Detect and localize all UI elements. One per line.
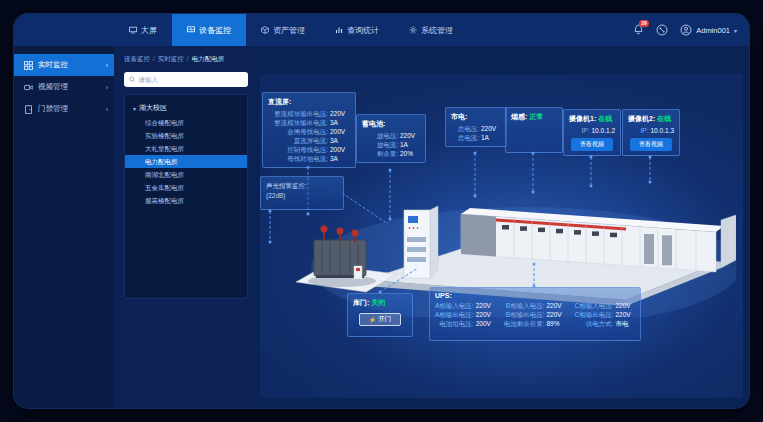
alarm-value: (22dB)	[266, 191, 338, 201]
field-value: 220V	[476, 310, 496, 319]
chevron-right-icon: ›	[106, 62, 108, 69]
secondary-panel: 设备监控/实时监控/电力配电所 ▾ 湖大校区 综合楼配电所 实验楼配电所 大礼堂…	[114, 46, 258, 408]
field-value: 200V	[330, 127, 350, 136]
field-value: 200V	[476, 319, 496, 328]
station-tree: ▾ 湖大校区 综合楼配电所 实验楼配电所 大礼堂配电所 电力配电所 南湖北配电所…	[124, 94, 248, 299]
user-menu[interactable]: Admin001 ▾	[680, 24, 737, 36]
username: Admin001	[696, 26, 730, 35]
search-icon	[129, 76, 135, 83]
panel-title: 烟感:	[511, 113, 527, 120]
battery-panel: 蓄电池: 放电压:220V 放电流:1A 剩余量:20%	[356, 114, 426, 163]
tab-query-statistics[interactable]: 查询统计	[320, 14, 394, 46]
tree-item[interactable]: 大礼堂配电所	[125, 142, 247, 155]
door-label: 库门:	[353, 299, 369, 306]
ip-value: 10.0.1.2	[592, 126, 616, 135]
field-label: 总电流:	[451, 133, 479, 142]
field-label: C相输出电压:	[574, 310, 613, 319]
sidebar-item-video-management[interactable]: 视频管理 ›	[14, 76, 114, 98]
tree-item[interactable]: 南湖北配电所	[125, 168, 247, 181]
panel-title: 摄像机1:	[569, 115, 596, 122]
field-label: 母线对地电流:	[268, 154, 328, 163]
tab-system-management[interactable]: 系统管理	[394, 14, 468, 46]
open-door-button[interactable]: ⚡开门	[359, 313, 402, 326]
breadcrumb-part[interactable]: 实时监控	[158, 55, 184, 62]
nav-tabs: 大屏 设备监控 资产管理 查询统计	[114, 14, 468, 46]
field-value: 3A	[330, 154, 350, 163]
user-avatar-icon	[680, 24, 692, 36]
panel-title: 摄像机2:	[628, 115, 655, 122]
ups-panel: UPS: A相输入电压:220V B相输入电压:220V C相输入电压:220V…	[429, 287, 641, 341]
field-label: B相输出电压:	[504, 310, 545, 319]
ip-label: IP:	[569, 126, 590, 135]
tab-label: 资产管理	[273, 25, 305, 36]
tree-item[interactable]: 五金库配电所	[125, 181, 247, 194]
tree-search	[124, 72, 248, 87]
breadcrumb-separator: /	[153, 55, 155, 62]
field-label: 整流模块输出电压:	[268, 109, 328, 118]
tree-root-label: 湖大校区	[139, 103, 167, 113]
smoke-sensor-panel: 烟感:正常	[505, 107, 563, 153]
field-value: 200V	[330, 145, 350, 154]
sidebar-item-label: 视频管理	[38, 82, 68, 92]
notification-bell-icon[interactable]: 29	[633, 24, 644, 36]
fullscreen-icon[interactable]	[656, 24, 668, 36]
field-value: 1A	[481, 133, 501, 142]
sidebar-item-access-control[interactable]: 门禁管理 ›	[14, 98, 114, 120]
field-label: 电池组电压:	[435, 319, 474, 328]
ups-grid: A相输入电压:220V B相输入电压:220V C相输入电压:220V A相输出…	[435, 301, 635, 328]
tree-item-selected[interactable]: 电力配电所	[125, 155, 247, 168]
sidebar-item-realtime-monitor[interactable]: 实时监控 ›	[14, 54, 114, 76]
field-label: 放电压:	[362, 131, 398, 140]
field-value: 220V	[400, 131, 420, 140]
breadcrumb-current: 电力配电所	[192, 55, 225, 62]
bigscreen-icon	[129, 26, 137, 34]
search-input[interactable]	[138, 76, 243, 83]
asset-icon	[261, 26, 269, 34]
main-content: 直流屏: 整流模块输出电压:220V 整流模块输出电流:3A 合闸母线电压:20…	[260, 74, 743, 398]
tab-bigscreen[interactable]: 大屏	[114, 14, 172, 46]
field-value: 220V	[546, 310, 566, 319]
open-door-label: 开门	[378, 315, 391, 324]
chevron-right-icon: ›	[106, 106, 108, 113]
breadcrumb-part[interactable]: 设备监控	[124, 55, 150, 62]
ip-label: IP:	[628, 126, 649, 135]
left-sidebar: 实时监控 › 视频管理 › 门禁管理 ›	[14, 46, 114, 408]
breadcrumb: 设备监控/实时监控/电力配电所	[124, 55, 258, 64]
dc-screen-panel: 直流屏: 整流模块输出电压:220V 整流模块输出电流:3A 合闸母线电压:20…	[262, 92, 356, 168]
statistics-icon	[335, 26, 343, 34]
camera1-status: 在线	[598, 115, 612, 122]
tree-item[interactable]: 实验楼配电所	[125, 129, 247, 142]
field-label: 剩余量:	[362, 149, 398, 158]
app-window: 大屏 设备监控 资产管理 查询统计	[14, 14, 749, 408]
field-label: 整流模块输出电流:	[268, 118, 328, 127]
sidebar-item-label: 实时监控	[38, 60, 68, 70]
field-label: A相输入电压:	[435, 301, 474, 310]
panel-title: 直流屏:	[268, 97, 350, 107]
field-label: 放电流:	[362, 140, 398, 149]
field-value: 3A	[330, 118, 350, 127]
field-label: 供电方式:	[574, 319, 613, 328]
tab-device-monitor[interactable]: 设备监控	[172, 14, 246, 46]
field-value: 89%	[546, 319, 566, 328]
view-video-button[interactable]: 查看视频	[630, 138, 672, 151]
tab-asset-management[interactable]: 资产管理	[246, 14, 320, 46]
field-value: 市电	[615, 319, 635, 328]
tab-label: 设备监控	[199, 25, 231, 36]
tree-caret-icon: ▾	[133, 105, 136, 112]
alarm-title: 声光报警监控:	[266, 181, 338, 191]
panel-title: 蓄电池:	[362, 119, 420, 129]
ip-value: 10.0.1.3	[651, 126, 675, 135]
mains-power-panel: 市电: 总电压:220V 总电流:1A	[445, 107, 507, 147]
camera2-status: 在线	[657, 115, 671, 122]
field-label: B相输入电压:	[504, 301, 545, 310]
camera1-panel: 摄像机1:在线 IP:10.0.1.2 查看视频	[563, 109, 621, 156]
panel-title: UPS:	[435, 292, 635, 299]
tree-root-node[interactable]: ▾ 湖大校区	[125, 101, 247, 116]
tree-item[interactable]: 综合楼配电所	[125, 116, 247, 129]
view-video-button[interactable]: 查看视频	[571, 138, 613, 151]
gear-icon	[409, 26, 417, 34]
video-camera-icon	[24, 83, 33, 92]
user-caret-icon: ▾	[734, 27, 737, 34]
navbar-right: 29 Admin001 ▾	[633, 14, 737, 46]
tree-item[interactable]: 服装楼配电所	[125, 194, 247, 207]
